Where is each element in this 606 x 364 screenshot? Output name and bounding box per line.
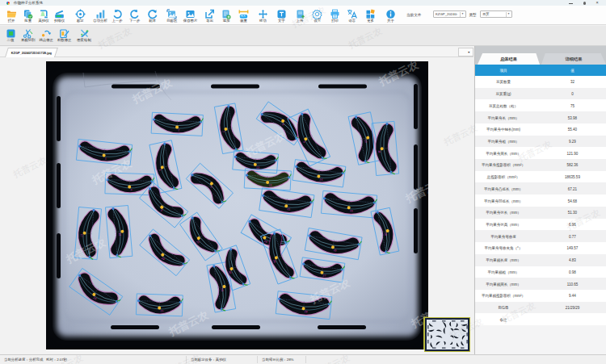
- svg-text:4: 4: [130, 188, 132, 191]
- svg-text:12: 12: [255, 165, 259, 169]
- svg-text:27: 27: [322, 274, 326, 278]
- svg-text:18: 18: [118, 232, 121, 236]
- svg-text:11: 11: [377, 149, 381, 153]
- svg-text:2: 2: [178, 128, 179, 132]
- svg-text:14: 14: [319, 178, 322, 182]
- svg-text:23: 23: [220, 287, 224, 291]
- svg-text:13: 13: [268, 183, 271, 186]
- svg-text:17: 17: [79, 233, 82, 236]
- svg-text:16: 16: [349, 208, 352, 211]
- svg-text:21: 21: [160, 309, 163, 312]
- svg-text:15: 15: [286, 207, 289, 211]
- svg-text:25: 25: [333, 249, 337, 253]
- svg-text:29: 29: [304, 309, 307, 312]
